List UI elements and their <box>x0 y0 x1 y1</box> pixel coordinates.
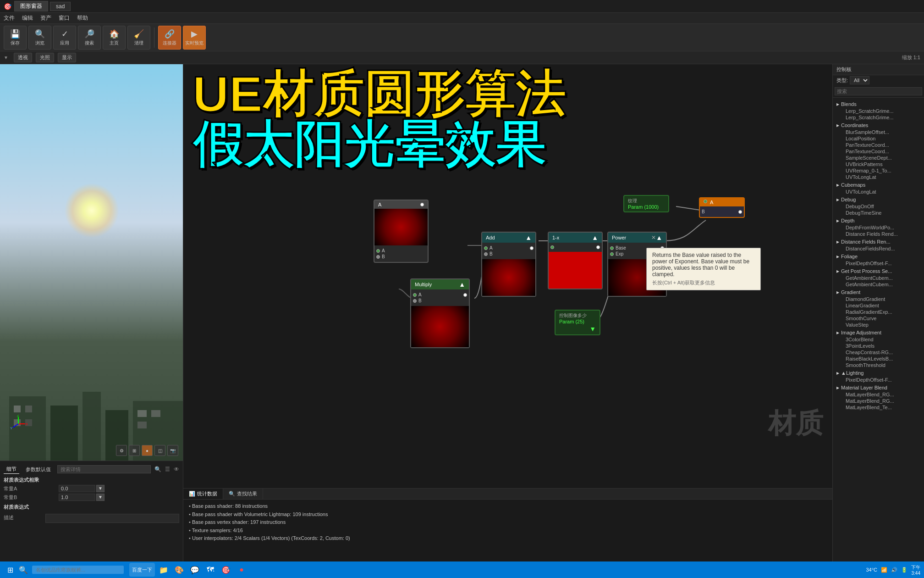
menu-edit[interactable]: 编辑 <box>22 14 33 22</box>
cat-item-uvlonglat[interactable]: UVToLongLat <box>836 174 922 180</box>
cat-header-blends[interactable]: ▶ Blends <box>835 100 922 108</box>
cat-item-diamond[interactable]: DiamondGradient <box>836 296 922 302</box>
stats-tab-find[interactable]: 🔍 查找结果 <box>223 489 263 499</box>
cat-header-debug[interactable]: ▶ Debug <box>835 196 922 203</box>
cat-header-imgadj[interactable]: ▶ Image Adjustment <box>835 329 922 336</box>
taskbar-search-btn[interactable]: 🔍 <box>16 563 30 577</box>
cat-item-depthworld[interactable]: DepthFromWorldPo... <box>836 224 922 231</box>
param-node-1000[interactable]: 纹理 Param (1000) <box>623 195 669 212</box>
vp-btn-2[interactable]: ⊞ <box>129 445 140 456</box>
taskbar-ps[interactable]: 🎨 <box>172 563 186 577</box>
menu-assets[interactable]: 资产 <box>40 14 51 22</box>
cat-item-ambient1[interactable]: GetAmbientCubem... <box>836 275 922 281</box>
toolbar-save[interactable]: 💾 保存 <box>4 26 27 50</box>
cat-item-valstep[interactable]: ValueStep <box>836 322 922 328</box>
cat-header-distfields[interactable]: ▶ Distance Fields Ren... <box>835 238 922 245</box>
cat-item-raiseblack[interactable]: RaiseBlackLevelsB... <box>836 356 922 362</box>
menu-file[interactable]: 文件 <box>4 14 15 22</box>
type-select[interactable]: All <box>850 76 869 84</box>
cat-item-matlayer2[interactable]: MatLayerBlend_RG... <box>836 398 922 404</box>
vp-btn-4[interactable]: ◫ <box>154 445 165 456</box>
cat-item-pan1[interactable]: PanTextureCoord... <box>836 142 922 148</box>
cat-item-linear[interactable]: LinearGradient <box>836 302 922 309</box>
cat-item-matlayer1[interactable]: MatLayerBlend_RG... <box>836 391 922 398</box>
cat-item-foliage-1[interactable]: PixelDepthOffset-F... <box>836 260 922 267</box>
right-search-input[interactable] <box>835 87 922 95</box>
cat-item-pan2[interactable]: PanTextureCoord... <box>836 148 922 155</box>
cat-item-radial[interactable]: RadialGradientExp... <box>836 309 922 315</box>
cat-item-matlayer3[interactable]: MatLayerBlend_Te... <box>836 404 922 411</box>
stats-tab-stats[interactable]: 📊 统计数据 <box>183 489 223 499</box>
node-multiply[interactable]: Multiply ▲ A B <box>410 278 470 348</box>
cat-header-lighting[interactable]: ▶ ▲Lighting <box>835 369 922 377</box>
toolbar-connector[interactable]: 🔗 连接器 <box>158 26 181 50</box>
prop-search-input[interactable] <box>57 465 151 473</box>
cat-header-foliage[interactable]: ▶ Foliage <box>835 253 922 260</box>
toolbar-search[interactable]: 🔎 搜索 <box>78 26 101 50</box>
vp-btn-3[interactable]: ● <box>142 445 153 456</box>
cat-item-lerp1[interactable]: Lerp_ScratchGrime... <box>836 108 922 114</box>
vp-btn-5[interactable]: 📷 <box>167 445 178 456</box>
cat-item-3pointlevels[interactable]: 3PointLevels <box>836 343 922 349</box>
view-lighting[interactable]: 光照 <box>36 53 54 62</box>
taskbar-red[interactable]: ● <box>235 563 248 577</box>
cat-item-ambient2[interactable]: GetAmbientCubem... <box>836 281 922 288</box>
toolbar-apply[interactable]: ✓ 应用 <box>53 26 76 50</box>
cat-item-lighting-1[interactable]: PixelDepthOffset-F... <box>836 377 922 383</box>
prop-list-icon[interactable]: ☰ <box>165 466 170 472</box>
material-editor[interactable]: UE材质圆形算法 假太阳光晕效果 <box>183 64 832 561</box>
view-perspective[interactable]: 透视 <box>14 53 32 62</box>
taskbar-browser[interactable]: 百度一下 <box>129 563 155 577</box>
node-left-a[interactable]: A A B <box>374 200 429 263</box>
toolbar-browse[interactable]: 🔍 浏览 <box>28 26 51 50</box>
cat-header-matlayer[interactable]: ▶ Material Layer Blend <box>835 384 922 391</box>
cat-item-distfields-item[interactable]: DistanceFieldsRend... <box>836 245 922 252</box>
taskbar-search-input[interactable] <box>32 566 124 574</box>
output-node[interactable]: A B <box>699 197 745 218</box>
prop-val-constB[interactable]: 1.0 <box>59 494 95 501</box>
tab-graph-editor[interactable]: 图形窗器 <box>14 1 48 11</box>
toolbar-clean[interactable]: 🧹 清理 <box>127 26 150 50</box>
cat-item-uvremap[interactable]: UVRemap_0-1_To... <box>836 167 922 174</box>
cat-item-localpos[interactable]: LocalPosition <box>836 135 922 142</box>
menu-help[interactable]: 帮助 <box>77 14 88 22</box>
start-button[interactable]: ⊞ <box>4 563 16 576</box>
prop-tab-details[interactable]: 细节 <box>4 465 19 474</box>
cat-item-3colorblend[interactable]: 3ColorBlend <box>836 336 922 343</box>
taskbar-files[interactable]: 📁 <box>157 563 170 577</box>
menu-window[interactable]: 窗口 <box>59 14 70 22</box>
cat-header-gradient[interactable]: ▶ Gradient <box>835 289 922 296</box>
node-add[interactable]: Add ▲ A B <box>481 232 536 297</box>
taskbar-time[interactable]: 下午 3:44 <box>911 564 920 576</box>
prop-val-constA[interactable]: 0.0 <box>59 485 95 492</box>
toolbar-preview[interactable]: ▶ 实时预览 <box>183 26 206 50</box>
cat-item-uvbrick[interactable]: UVBrickPatterns <box>836 161 922 167</box>
node-one-minus-x[interactable]: 1-x ▲ <box>548 232 603 289</box>
prop-tab-params[interactable]: 参数默认值 <box>23 465 54 474</box>
vp-btn-1[interactable]: ⚙ <box>116 445 127 456</box>
cat-item-debugonoff[interactable]: DebugOnOff <box>836 203 922 210</box>
view-display[interactable]: 显示 <box>58 53 76 62</box>
cat-item-distfields[interactable]: Distance Fields Rend... <box>836 231 922 237</box>
cat-header-coordinates[interactable]: ▶ Coordinates <box>835 122 922 129</box>
cat-item-smooththresh[interactable]: SmoothThreshold <box>836 362 922 368</box>
node-canvas[interactable]: A A B Multiply <box>183 64 832 488</box>
cat-item-cheapcontrast[interactable]: CheapContrast-RG... <box>836 349 922 356</box>
cat-item-uvtolonglat[interactable]: UVToLongLat <box>836 189 922 195</box>
taskbar-ue[interactable]: 🎯 <box>219 563 233 577</box>
cat-header-cubemaps[interactable]: ▶ Cubemaps <box>835 181 922 189</box>
tab-sad[interactable]: sad <box>50 2 71 11</box>
cat-header-postprocess[interactable]: ▶ Get Post Process Se... <box>835 267 922 275</box>
param-node-25[interactable]: 控制图像多少 Param (25) ▼ <box>555 310 600 335</box>
cat-header-depth[interactable]: ▶ Depth <box>835 217 922 224</box>
taskbar-maps[interactable]: 🗺 <box>204 563 217 577</box>
toolbar-home[interactable]: 🏠 主页 <box>103 26 126 50</box>
viewport[interactable]: X Z Y ⚙ ⊞ ● ◫ 📷 <box>0 64 183 461</box>
cat-item-lerp2[interactable]: Lerp_ScratchGrime... <box>836 114 922 121</box>
prop-desc-box[interactable] <box>45 514 179 523</box>
cat-item-smooth[interactable]: SmoothCurve <box>836 315 922 322</box>
cat-item-sample[interactable]: SampleSceneDept... <box>836 155 922 161</box>
cat-item-debugtime[interactable]: DebugTimeSine <box>836 210 922 216</box>
cat-item-blur[interactable]: BlurSampleOffset... <box>836 129 922 135</box>
prop-eye-icon[interactable]: 👁 <box>174 466 179 472</box>
